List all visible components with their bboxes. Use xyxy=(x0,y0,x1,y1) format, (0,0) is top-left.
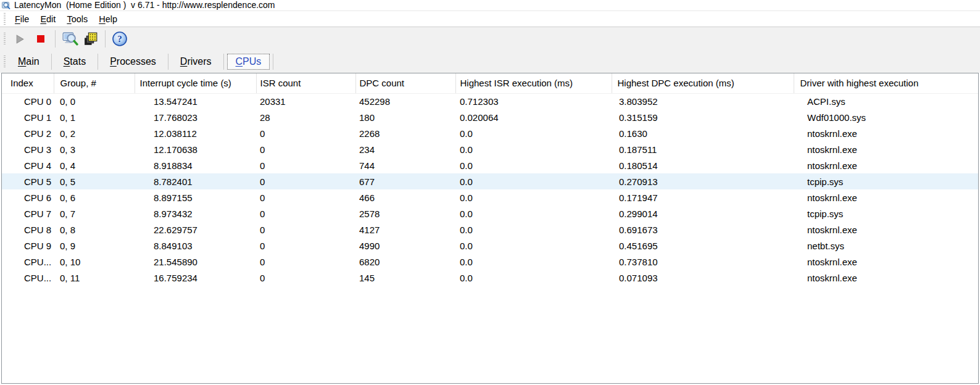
table-cell[interactable]: 0.0 xyxy=(455,125,612,141)
table-cell[interactable]: 0, 11 xyxy=(54,270,135,286)
table-cell[interactable]: 0.180514 xyxy=(612,157,794,173)
processes-button[interactable] xyxy=(81,30,100,48)
table-cell[interactable]: 0.020064 xyxy=(455,109,612,125)
column-header[interactable]: ISR count xyxy=(256,73,355,93)
tab-drivers[interactable]: Drivers xyxy=(172,54,220,70)
table-cell[interactable]: 0 xyxy=(256,173,355,189)
table-cell[interactable]: 0 xyxy=(256,125,355,141)
toolbar-gripper[interactable] xyxy=(4,33,6,45)
table-cell[interactable]: 0.737810 xyxy=(612,254,794,270)
table-cell[interactable]: 180 xyxy=(355,109,455,125)
table-cell[interactable]: 0.691673 xyxy=(612,221,794,238)
table-cell[interactable]: 0, 3 xyxy=(54,141,135,157)
table-cell[interactable]: 2578 xyxy=(355,205,455,221)
table-cell[interactable]: CPU... xyxy=(2,270,54,286)
table-cell[interactable]: 3.803952 xyxy=(612,93,794,109)
table-cell[interactable]: tcpip.sys xyxy=(794,205,979,221)
table-cell[interactable]: 16.759234 xyxy=(135,270,256,286)
table-cell[interactable]: 0 xyxy=(256,141,355,157)
column-header[interactable]: DPC count xyxy=(355,73,455,93)
column-header[interactable]: Index xyxy=(2,73,54,93)
table-cell[interactable]: 452298 xyxy=(355,93,455,109)
table-cell[interactable]: CPU 7 xyxy=(2,205,54,221)
table-cell[interactable]: 8.918834 xyxy=(135,157,256,173)
tabbar-gripper[interactable] xyxy=(4,56,6,68)
table-cell[interactable]: 0, 9 xyxy=(54,238,135,254)
column-header[interactable]: Interrupt cycle time (s) xyxy=(135,73,256,93)
table-row[interactable]: CPU 30, 312.17063802340.00.187511ntoskrn… xyxy=(2,141,979,157)
table-cell[interactable]: 13.547241 xyxy=(135,93,256,109)
table-cell[interactable]: 12.038112 xyxy=(135,125,256,141)
table-cell[interactable]: 0 xyxy=(256,254,355,270)
table-cell[interactable]: ntoskrnl.exe xyxy=(794,270,979,286)
table-cell[interactable]: 0.0 xyxy=(455,205,612,221)
tab-main[interactable]: Main xyxy=(9,54,48,70)
table-cell[interactable]: ntoskrnl.exe xyxy=(794,189,979,205)
table-cell[interactable]: CPU 8 xyxy=(2,221,54,238)
table-cell[interactable]: 0, 4 xyxy=(54,157,135,173)
table-cell[interactable]: 8.782401 xyxy=(135,173,256,189)
column-header[interactable]: Group, # xyxy=(54,73,135,93)
table-cell[interactable]: 20331 xyxy=(256,93,355,109)
table-cell[interactable]: 0 xyxy=(256,189,355,205)
table-cell[interactable]: CPU 5 xyxy=(2,173,54,189)
table-cell[interactable]: 28 xyxy=(256,109,355,125)
table-cell[interactable]: 2268 xyxy=(355,125,455,141)
table-cell[interactable]: ntoskrnl.exe xyxy=(794,254,979,270)
column-header[interactable]: Highest ISR execution (ms) xyxy=(455,73,612,93)
table-row[interactable]: CPU 40, 48.91883407440.00.180514ntoskrnl… xyxy=(2,157,979,173)
table-cell[interactable]: 0.451695 xyxy=(612,238,794,254)
table-cell[interactable]: 0.0 xyxy=(455,157,612,173)
table-cell[interactable]: 0.1630 xyxy=(612,125,794,141)
menu-gripper[interactable] xyxy=(4,13,6,25)
table-cell[interactable]: 0.712303 xyxy=(455,93,612,109)
table-cell[interactable]: 0.171947 xyxy=(612,189,794,205)
table-cell[interactable]: 0 xyxy=(256,205,355,221)
table-row[interactable]: CPU...0, 1021.545890068200.00.737810ntos… xyxy=(2,254,979,270)
table-cell[interactable]: ntoskrnl.exe xyxy=(794,141,979,157)
table-cell[interactable]: 0, 5 xyxy=(54,173,135,189)
table-cell[interactable]: 0, 7 xyxy=(54,205,135,221)
table-row[interactable]: CPU 90, 98.849103049900.00.451695netbt.s… xyxy=(2,238,979,254)
table-cell[interactable]: CPU 2 xyxy=(2,125,54,141)
tab-cpus[interactable]: CPUs xyxy=(227,54,270,70)
menu-edit[interactable]: Edit xyxy=(35,13,61,25)
table-cell[interactable]: 22.629757 xyxy=(135,221,256,238)
table-row[interactable]: CPU 60, 68.89715504660.00.171947ntoskrnl… xyxy=(2,189,979,205)
table-cell[interactable]: tcpip.sys xyxy=(794,173,979,189)
table-row[interactable]: CPU 70, 78.973432025780.00.299014tcpip.s… xyxy=(2,205,979,221)
table-cell[interactable]: 4990 xyxy=(355,238,455,254)
table-cell[interactable]: 466 xyxy=(355,189,455,205)
help-button[interactable]: ? xyxy=(110,30,129,48)
table-cell[interactable]: 0.0 xyxy=(455,221,612,238)
table-cell[interactable]: 0.0 xyxy=(455,254,612,270)
table-row[interactable]: CPU 80, 822.629757041270.00.691673ntoskr… xyxy=(2,221,979,238)
table-cell[interactable]: 0, 2 xyxy=(54,125,135,141)
table-cell[interactable]: ntoskrnl.exe xyxy=(794,157,979,173)
table-cell[interactable]: 0, 0 xyxy=(54,93,135,109)
table-cell[interactable]: ntoskrnl.exe xyxy=(794,221,979,238)
table-cell[interactable]: 0, 1 xyxy=(54,109,135,125)
table-cell[interactable]: 0 xyxy=(256,157,355,173)
table-cell[interactable]: 0, 8 xyxy=(54,221,135,238)
table-cell[interactable]: 0.0 xyxy=(455,173,612,189)
table-row[interactable]: CPU...0, 1116.75923401450.00.071093ntosk… xyxy=(2,270,979,286)
table-cell[interactable]: 677 xyxy=(355,173,455,189)
menu-file[interactable]: File xyxy=(9,13,35,25)
table-cell[interactable]: 4127 xyxy=(355,221,455,238)
table-row[interactable]: CPU 10, 117.768023281800.0200640.315159W… xyxy=(2,109,979,125)
stop-monitor-button[interactable] xyxy=(31,30,50,48)
table-cell[interactable]: CPU 1 xyxy=(2,109,54,125)
column-header[interactable]: Highest DPC execution (ms) xyxy=(612,73,794,93)
table-cell[interactable]: CPU 9 xyxy=(2,238,54,254)
column-header[interactable]: Driver with highest execution xyxy=(794,73,979,93)
table-cell[interactable]: 8.973432 xyxy=(135,205,256,221)
table-cell[interactable]: 0.0 xyxy=(455,270,612,286)
menu-help[interactable]: Help xyxy=(93,13,123,25)
table-cell[interactable]: CPU 3 xyxy=(2,141,54,157)
table-cell[interactable]: Wdf01000.sys xyxy=(794,109,979,125)
table-cell[interactable]: 0.0 xyxy=(455,238,612,254)
table-cell[interactable]: CPU... xyxy=(2,254,54,270)
table-cell[interactable]: netbt.sys xyxy=(794,238,979,254)
table-cell[interactable]: 0.0 xyxy=(455,141,612,157)
